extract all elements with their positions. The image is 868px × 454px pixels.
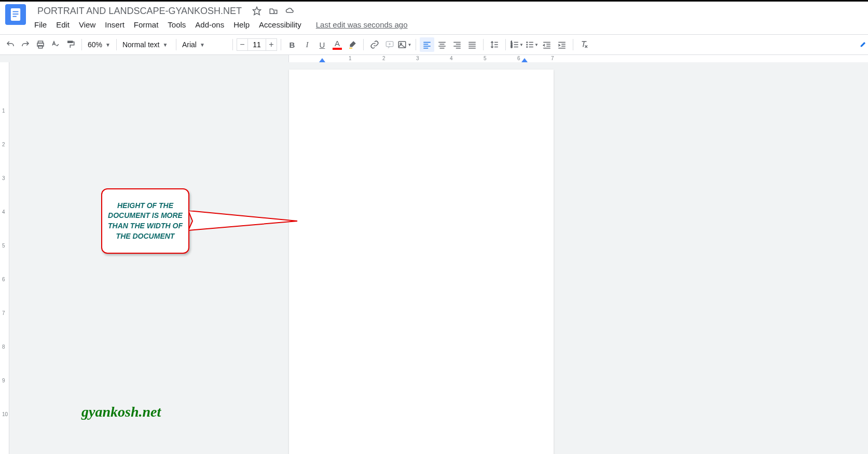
clear-formatting-button[interactable] xyxy=(577,37,591,52)
menu-addons[interactable]: Add-ons xyxy=(191,18,228,31)
increase-font-button[interactable]: + xyxy=(266,38,277,51)
italic-button[interactable]: I xyxy=(300,37,314,52)
vruler-label: 4 xyxy=(2,209,5,215)
svg-rect-19 xyxy=(529,47,533,48)
align-right-button[interactable] xyxy=(450,37,464,52)
text-color-letter: A xyxy=(335,39,340,47)
menu-format[interactable]: Format xyxy=(130,18,163,31)
chevron-down-icon: ▼ xyxy=(105,42,111,48)
style-value: Normal text xyxy=(122,40,160,49)
print-button[interactable] xyxy=(33,37,48,52)
watermark-text: gyankosh.net xyxy=(81,404,161,420)
align-left-button[interactable] xyxy=(420,37,434,52)
zoom-value: 60% xyxy=(88,40,102,49)
svg-point-16 xyxy=(526,46,528,48)
ruler-active-track: 1 2 3 4 5 6 7 xyxy=(288,55,868,63)
annotation-arrow-icon xyxy=(188,211,302,237)
paint-format-button[interactable] xyxy=(63,37,78,52)
increase-indent-button[interactable] xyxy=(555,37,569,52)
vruler-label: 3 xyxy=(2,175,5,181)
chevron-down-icon: ▼ xyxy=(200,42,205,48)
text-color-swatch xyxy=(333,48,342,50)
zoom-select[interactable]: 60%▼ xyxy=(86,37,113,52)
svg-rect-18 xyxy=(529,44,533,45)
separator xyxy=(81,39,82,50)
last-edit-link[interactable]: Last edit was seconds ago xyxy=(316,20,408,29)
editing-mode-icon[interactable] xyxy=(860,40,867,48)
insert-link-button[interactable] xyxy=(367,37,382,52)
separator xyxy=(505,39,506,50)
right-indent-marker[interactable] xyxy=(521,58,528,62)
separator xyxy=(416,39,416,50)
toolbar: 60%▼ Normal text▼ Arial▼ − 11 + B I U A … xyxy=(0,34,868,55)
insert-comment-button[interactable] xyxy=(382,37,397,52)
underline-button[interactable]: U xyxy=(315,37,329,52)
menu-edit[interactable]: Edit xyxy=(52,18,74,31)
svg-marker-4 xyxy=(253,7,261,15)
bold-button[interactable]: B xyxy=(285,37,299,52)
docs-logo-icon[interactable] xyxy=(5,4,26,25)
vruler-label: 2 xyxy=(2,142,5,147)
font-value: Arial xyxy=(182,40,197,49)
ruler-label: 5 xyxy=(484,56,487,61)
titlebar: PORTRAIT AND LANDSCAPE-GYANKOSH.NET xyxy=(0,2,868,17)
document-title[interactable]: PORTRAIT AND LANDSCAPE-GYANKOSH.NET xyxy=(34,5,245,18)
vruler-label: 5 xyxy=(2,243,5,249)
vruler-label: 10 xyxy=(2,411,8,417)
vruler-label: 1 xyxy=(2,108,5,114)
canvas-area: 1 2 3 4 5 6 7 8 9 10 HEIGHT OF THE DOCUM… xyxy=(0,62,868,454)
spellcheck-button[interactable] xyxy=(48,37,63,52)
svg-marker-21 xyxy=(188,211,297,230)
ruler-label: 6 xyxy=(517,56,520,61)
menu-help[interactable]: Help xyxy=(229,18,254,31)
paragraph-style-select[interactable]: Normal text▼ xyxy=(120,37,172,52)
vruler-label: 6 xyxy=(2,277,5,282)
insert-image-button[interactable]: ▼ xyxy=(397,37,412,52)
redo-button[interactable] xyxy=(18,37,33,52)
menu-accessibility[interactable]: Accessibility xyxy=(255,18,306,31)
font-size-stepper: − 11 + xyxy=(237,38,277,51)
line-spacing-button[interactable] xyxy=(487,37,502,52)
chevron-down-icon: ▼ xyxy=(163,42,168,48)
menu-tools[interactable]: Tools xyxy=(163,18,190,31)
separator xyxy=(483,39,484,50)
menubar: File Edit View Insert Format Tools Add-o… xyxy=(30,17,868,34)
svg-rect-3 xyxy=(13,16,17,17)
separator xyxy=(176,39,176,50)
cloud-status-icon[interactable] xyxy=(285,6,295,16)
menu-view[interactable]: View xyxy=(75,18,100,31)
separator xyxy=(281,39,281,50)
decrease-font-button[interactable]: − xyxy=(237,38,248,51)
vruler-label: 9 xyxy=(2,378,5,383)
align-center-button[interactable] xyxy=(435,37,449,52)
bulleted-list-button[interactable]: ▼ xyxy=(525,37,539,52)
decrease-indent-button[interactable] xyxy=(540,37,554,52)
vruler-label: 7 xyxy=(2,310,5,316)
svg-text:3: 3 xyxy=(511,45,512,48)
ruler-label: 1 xyxy=(349,56,352,61)
vertical-ruler[interactable]: 1 2 3 4 5 6 7 8 9 10 xyxy=(0,62,9,454)
ruler-label: 2 xyxy=(382,56,385,61)
annotation-callout: HEIGHT OF THE DOCUMENT IS MORE THAN THE … xyxy=(101,188,189,254)
left-indent-marker[interactable] xyxy=(319,58,325,62)
svg-point-14 xyxy=(526,42,528,43)
font-select[interactable]: Arial▼ xyxy=(180,37,229,52)
svg-rect-1 xyxy=(13,11,19,12)
checklist-button[interactable]: 123▼ xyxy=(509,37,524,52)
svg-rect-17 xyxy=(529,42,533,43)
menu-file[interactable]: File xyxy=(30,18,51,31)
font-size-input[interactable]: 11 xyxy=(248,38,266,51)
ruler-label: 4 xyxy=(450,56,453,61)
ruler-label: 3 xyxy=(416,56,419,61)
menu-insert[interactable]: Insert xyxy=(101,18,129,31)
text-color-button[interactable]: A xyxy=(330,37,345,52)
undo-button[interactable] xyxy=(3,37,18,52)
move-icon[interactable] xyxy=(269,6,278,16)
document-page[interactable] xyxy=(289,70,554,454)
star-icon[interactable] xyxy=(252,6,261,16)
align-justify-button[interactable] xyxy=(465,37,479,52)
separator xyxy=(116,39,117,50)
separator xyxy=(232,39,233,50)
separator xyxy=(363,39,364,50)
highlight-button[interactable] xyxy=(345,37,360,52)
